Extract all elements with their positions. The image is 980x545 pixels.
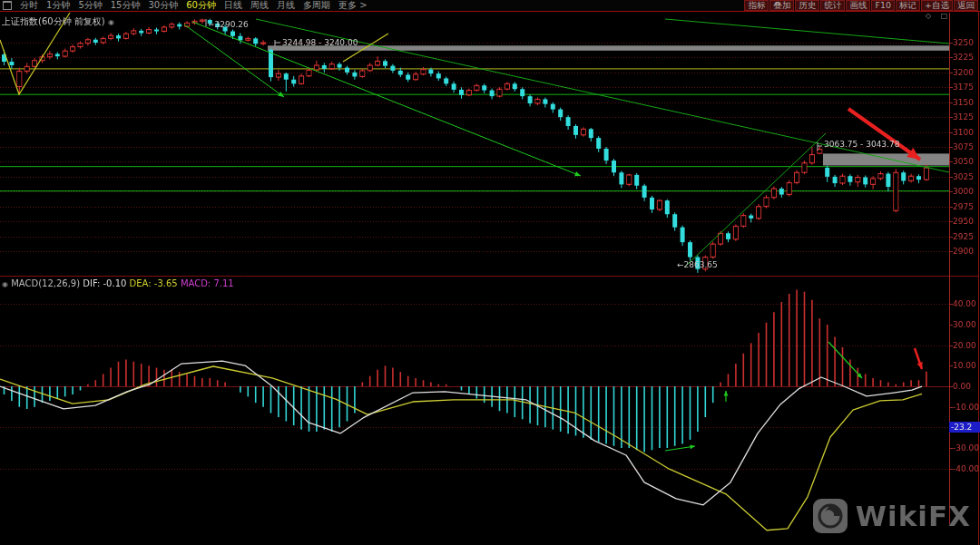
timeframe-item-6[interactable]: 日线 bbox=[224, 0, 242, 11]
price-axis-label: 2975 bbox=[953, 202, 974, 211]
timeframe-menu: 分时1分钟5分钟15分钟30分钟60分钟日线周线月线多周期更多 > bbox=[0, 0, 368, 11]
dea-label: DEA: bbox=[130, 278, 152, 288]
price-axis-label: 3150 bbox=[953, 98, 974, 107]
window-icon[interactable] bbox=[3, 1, 12, 10]
macd-axis-label: -30.00 bbox=[953, 443, 979, 453]
dif-label: DIF: bbox=[83, 278, 100, 288]
tool-button-7[interactable]: +自选 bbox=[921, 0, 953, 11]
price-axis-label: 3025 bbox=[953, 172, 974, 181]
top-menubar: 分时1分钟5分钟15分钟30分钟60分钟日线周线月线多周期更多 > 指标叠加历史… bbox=[0, 0, 980, 12]
timeframe-item-4[interactable]: 30分钟 bbox=[148, 0, 178, 11]
macd-axis-label: 0.00 bbox=[953, 382, 971, 391]
visibility-eye-icon[interactable]: ◉ bbox=[108, 18, 114, 26]
peak-price-label: ~3290.26 bbox=[208, 20, 249, 29]
macd-indicator-name[interactable]: MACD(12,26,9) bbox=[11, 278, 80, 288]
wikifx-eagle-icon bbox=[812, 498, 848, 534]
timeframe-item-3[interactable]: 15分钟 bbox=[111, 0, 141, 11]
gap-zone-1-label: 3244.98 - 3240.00 bbox=[282, 38, 358, 47]
macd-value: 7.11 bbox=[213, 278, 233, 288]
macd-header: ◉ MACD(12,26,9) DIF: -0.10 DEA: -3.65 MA… bbox=[2, 278, 234, 288]
price-axis-label: 3175 bbox=[953, 83, 974, 92]
tools-menu: 指标叠加历史统计画线F10标记+自选返回 bbox=[744, 0, 980, 11]
low-price-label: ←2863.65 bbox=[677, 260, 718, 269]
chart-canvas[interactable] bbox=[0, 0, 980, 545]
timeframe-item-7[interactable]: 周线 bbox=[250, 0, 269, 11]
price-axis-label: 2900 bbox=[953, 247, 974, 256]
macd-axis-label: -10.00 bbox=[953, 403, 979, 412]
gap-zone-2-label: 3063.75 - 3043.78 bbox=[824, 140, 899, 149]
macd-axis-label: -40.00 bbox=[953, 464, 979, 473]
trading-app-window: 分时1分钟5分钟15分钟30分钟60分钟日线周线月线多周期更多 > 指标叠加历史… bbox=[0, 0, 980, 545]
chart-corner-icons[interactable]: ◇ □ bbox=[926, 12, 951, 20]
timeframe-item-2[interactable]: 5分钟 bbox=[78, 0, 102, 11]
price-axis-label: 3125 bbox=[953, 112, 974, 122]
price-axis-label: 3200 bbox=[953, 68, 974, 77]
macd-axis-label: 20.00 bbox=[953, 341, 976, 350]
price-axis-label: 3225 bbox=[953, 53, 974, 62]
timeframe-item-9[interactable]: 多周期 bbox=[303, 0, 330, 11]
crosshair-value-tag: -23.2 bbox=[949, 422, 980, 433]
tool-button-3[interactable]: 统计 bbox=[820, 0, 845, 11]
macd-axis-label: 10.00 bbox=[953, 361, 976, 370]
tool-button-1[interactable]: 叠加 bbox=[769, 0, 794, 11]
macd-axis-label: 40.00 bbox=[953, 299, 976, 308]
chart-title: 上证指数(60分钟 前复权) bbox=[2, 16, 105, 26]
watermark-text: WikiFX bbox=[856, 500, 971, 532]
price-axis-label: 3250 bbox=[953, 38, 974, 47]
timeframe-item-0[interactable]: 分时 bbox=[20, 0, 38, 11]
price-axis-label: 3050 bbox=[953, 157, 974, 166]
chart-title-row: 上证指数(60分钟 前复权) ◉ bbox=[2, 15, 114, 28]
watermark: WikiFX bbox=[812, 498, 971, 534]
tool-button-8[interactable]: 返回 bbox=[954, 0, 978, 11]
price-axis-label: 3100 bbox=[953, 128, 974, 137]
tool-button-2[interactable]: 历史 bbox=[795, 0, 819, 11]
price-axis-label: 2925 bbox=[953, 232, 974, 241]
price-axis-label: 3000 bbox=[953, 187, 974, 196]
price-axis-label: 2950 bbox=[953, 217, 974, 226]
tool-button-4[interactable]: 画线 bbox=[846, 0, 870, 11]
dif-value: -0.10 bbox=[103, 278, 127, 288]
dea-value: -3.65 bbox=[154, 278, 178, 288]
visibility-eye-icon[interactable]: ◉ bbox=[2, 280, 8, 288]
tool-button-5[interactable]: F10 bbox=[871, 0, 895, 11]
price-axis-label: 3075 bbox=[953, 142, 974, 151]
timeframe-item-1[interactable]: 1分钟 bbox=[46, 0, 70, 11]
macd-label: MACD: bbox=[181, 278, 211, 288]
timeframe-item-5[interactable]: 60分钟 bbox=[186, 0, 216, 11]
tool-button-6[interactable]: 标记 bbox=[896, 0, 920, 11]
tool-button-0[interactable]: 指标 bbox=[744, 0, 769, 11]
macd-axis-label: 30.00 bbox=[953, 320, 976, 329]
timeframe-item-8[interactable]: 月线 bbox=[277, 0, 295, 11]
timeframe-item-10[interactable]: 更多 > bbox=[338, 0, 368, 11]
